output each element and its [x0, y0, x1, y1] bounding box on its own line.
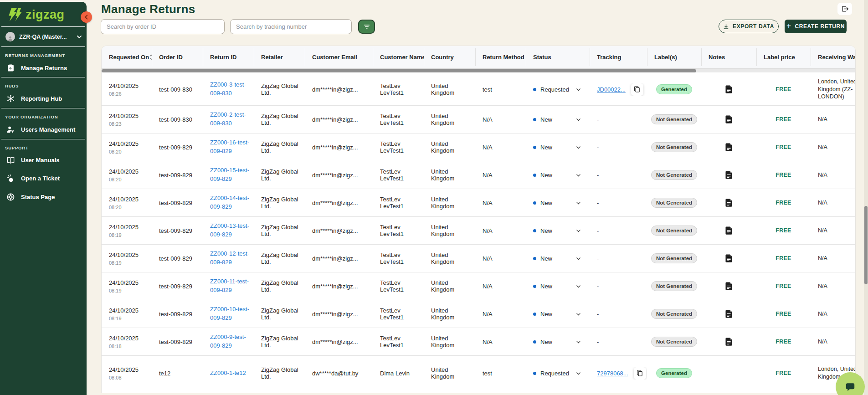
search-order-input[interactable]: [101, 19, 225, 34]
vertical-scrollbar-thumb[interactable]: [864, 206, 868, 284]
sidebar-item-manage-returns[interactable]: Manage Returns: [0, 59, 87, 77]
return-id-link[interactable]: ZZ000-13-test-009-829: [210, 222, 249, 239]
return-id-link[interactable]: ZZ000-12-test-009-829: [210, 250, 249, 267]
notes-button[interactable]: [725, 310, 732, 318]
return-id-link[interactable]: ZZ000-3-test-009-830: [210, 81, 249, 98]
sidebar-item-label: Users Management: [21, 126, 75, 133]
column-header-customer_email: Customer Email: [305, 46, 373, 68]
notes-button[interactable]: [725, 254, 732, 262]
status-chevron-down-icon[interactable]: [575, 87, 581, 92]
account-name: ZZR-QA (Master...: [19, 34, 67, 40]
label-status-badge: Not Generated: [651, 170, 697, 180]
return-id-link[interactable]: ZZ000-1-te12: [210, 369, 246, 378]
sidebar-collapse-button[interactable]: [81, 11, 92, 23]
cell-labels: Not Generated: [647, 198, 701, 208]
status-chevron-down-icon[interactable]: [575, 172, 581, 178]
vertical-scrollbar[interactable]: [864, 0, 868, 395]
sidebar-item-users-management[interactable]: Users Management: [0, 120, 87, 139]
note-document-icon: [725, 85, 732, 93]
column-header-order_id: Order ID: [152, 46, 203, 68]
manage-returns-icon: [6, 64, 15, 72]
chat-widget-button[interactable]: [836, 372, 865, 395]
notes-button[interactable]: [725, 85, 732, 93]
notes-button[interactable]: [725, 115, 732, 123]
cell-order-id: test-009-829: [152, 144, 203, 151]
return-id-link[interactable]: ZZ000-16-test-009-829: [210, 139, 249, 156]
cell-country: United Kingdom: [424, 196, 475, 210]
notes-button[interactable]: [725, 338, 732, 346]
column-header-requested_on[interactable]: Requested On: [102, 46, 152, 68]
logo[interactable]: zigzag: [0, 2, 87, 26]
copy-tracking-button[interactable]: [631, 83, 643, 96]
sidebar-item-reporting-hub[interactable]: Reporting Hub: [0, 89, 87, 108]
cell-labels: Not Generated: [647, 309, 701, 319]
tracking-link[interactable]: JD00022...: [597, 86, 626, 93]
cell-customer-name: TestLev LevTest1: [373, 140, 424, 154]
sidebar-item-open-a-ticket[interactable]: Open a Ticket: [0, 169, 87, 188]
copy-tracking-button[interactable]: [634, 367, 646, 380]
sidebar-item-label: Manage Returns: [21, 65, 67, 72]
status-chevron-down-icon[interactable]: [575, 311, 581, 317]
status-chevron-down-icon[interactable]: [575, 370, 581, 376]
create-return-button[interactable]: + CREATE RETURN: [785, 20, 847, 33]
notes-button[interactable]: [725, 143, 732, 151]
return-id-link[interactable]: ZZ000-14-test-009-829: [210, 194, 249, 211]
search-tracking-input[interactable]: [230, 19, 352, 34]
status-chevron-down-icon[interactable]: [575, 339, 581, 345]
return-id-link[interactable]: ZZ000-15-test-009-829: [210, 166, 249, 184]
cell-customer-email: dm*****in@zigz...: [305, 283, 373, 290]
cell-country: United Kingdom: [424, 279, 475, 293]
cell-return-id: ZZ000-14-test-009-829: [203, 194, 254, 211]
status-chevron-down-icon[interactable]: [575, 144, 581, 150]
cell-customer-name: TestLev LevTest1: [373, 113, 424, 126]
return-id-link[interactable]: ZZ000-10-test-009-829: [210, 305, 249, 323]
copy-icon: [636, 369, 643, 377]
horizontal-scrollbar-thumb[interactable]: [102, 69, 696, 72]
cell-receiving-warehouse: N/A: [811, 255, 856, 262]
horizontal-scrollbar[interactable]: [102, 69, 855, 73]
status-dot: [533, 118, 536, 121]
cell-receiving-warehouse: N/A: [811, 199, 856, 207]
notes-button[interactable]: [725, 282, 732, 290]
status-chevron-down-icon[interactable]: [575, 200, 581, 206]
account-switcher[interactable]: ZZR-QA (Master...: [0, 27, 87, 46]
status-chevron-down-icon[interactable]: [575, 117, 581, 123]
sidebar-item-user-manuals[interactable]: User Manuals: [0, 151, 87, 169]
notes-button[interactable]: [725, 199, 732, 207]
cell-requested-on: 24/10/202508:23: [102, 113, 152, 127]
return-id-link[interactable]: ZZ000-11-test-009-829: [210, 277, 249, 295]
return-id-link[interactable]: ZZ000-9-test-009-829: [210, 333, 249, 350]
status-chevron-down-icon[interactable]: [575, 228, 581, 234]
note-document-icon: [725, 171, 732, 179]
cell-tracking: -: [590, 311, 647, 318]
cell-status: New: [526, 283, 590, 290]
cell-return-method: N/A: [475, 311, 526, 318]
export-data-button[interactable]: EXPORT DATA: [719, 20, 779, 33]
cell-status: New: [526, 144, 590, 151]
cell-customer-name: TestLev LevTest1: [373, 168, 424, 182]
cell-return-id: ZZ000-12-test-009-829: [203, 250, 254, 267]
cell-retailer: ZigZag Global Ltd.: [254, 366, 305, 380]
cell-customer-email: dm*****in@zigz...: [305, 255, 373, 262]
cell-notes: [701, 171, 756, 179]
avatar: [5, 32, 15, 41]
filter-button[interactable]: [358, 20, 375, 34]
cell-notes: [701, 199, 756, 207]
notes-button[interactable]: [725, 171, 732, 179]
notes-button[interactable]: [725, 226, 732, 235]
status-chevron-down-icon[interactable]: [575, 256, 581, 262]
status-label: New: [540, 116, 552, 123]
return-id-link[interactable]: ZZ000-2-test-009-830: [210, 111, 249, 128]
logout-button[interactable]: [837, 3, 852, 15]
cell-labels: Not Generated: [647, 170, 701, 180]
cell-tracking: -: [590, 227, 647, 234]
cell-status: New: [526, 311, 590, 318]
tracking-link[interactable]: 72978068...: [597, 370, 628, 377]
sidebar-item-status-page[interactable]: Status Page: [0, 188, 87, 206]
cell-return-method: N/A: [475, 255, 526, 262]
cell-order-id: test-009-829: [152, 227, 203, 234]
cell-notes: [701, 338, 756, 346]
status-chevron-down-icon[interactable]: [575, 283, 581, 289]
user-manuals-icon: [6, 156, 15, 164]
cell-retailer: ZigZag Global Ltd.: [254, 224, 305, 237]
